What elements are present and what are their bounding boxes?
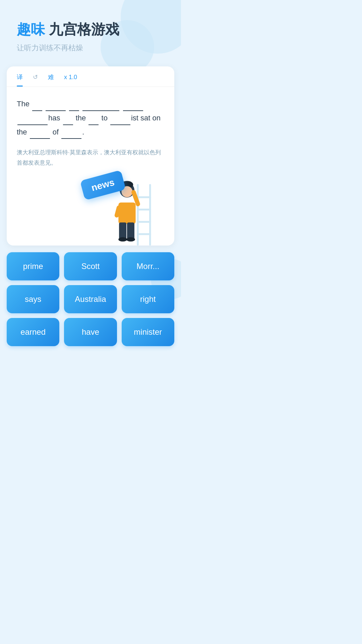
blank-7 xyxy=(63,124,73,125)
blank-8 xyxy=(88,124,99,125)
svg-rect-12 xyxy=(119,222,126,239)
title-main: 九宫格游戏 xyxy=(49,20,119,39)
svg-point-15 xyxy=(126,237,135,241)
blank-6 xyxy=(17,124,48,125)
title-fun: 趣味 xyxy=(17,20,45,39)
main-card: 译 ↺ 难 x 1.0 The has the to ist sat on th… xyxy=(7,66,174,246)
blank-5 xyxy=(123,110,143,111)
blank-9 xyxy=(110,124,130,125)
svg-rect-1 xyxy=(149,184,151,245)
word-btn-morrison[interactable]: Morr... xyxy=(122,252,174,280)
word-btn-australia[interactable]: Australia xyxy=(64,285,117,313)
word-btn-have[interactable]: have xyxy=(64,318,117,346)
word-btn-says[interactable]: says xyxy=(7,285,59,313)
svg-rect-5 xyxy=(137,233,151,235)
tab-level[interactable]: 难 xyxy=(48,66,54,87)
tab-bar: 译 ↺ 难 x 1.0 xyxy=(7,66,174,87)
blank-4 xyxy=(82,110,119,111)
tab-refresh[interactable]: ↺ xyxy=(33,67,38,86)
blank-10 xyxy=(30,138,50,139)
word-btn-minister[interactable]: minister xyxy=(122,318,174,346)
svg-rect-0 xyxy=(137,184,139,245)
title-row: 趣味 九宫格游戏 xyxy=(17,20,168,39)
sentence-text: The has the to ist sat on the of . xyxy=(17,97,164,139)
svg-rect-3 xyxy=(137,209,151,211)
svg-rect-2 xyxy=(137,196,151,198)
blank-3 xyxy=(69,110,79,111)
blank-1 xyxy=(32,110,42,111)
header: 趣味 九宫格游戏 让听力训练不再枯燥 xyxy=(0,0,181,60)
svg-point-14 xyxy=(118,237,127,241)
tab-speed[interactable]: x 1.0 xyxy=(64,67,77,86)
svg-rect-9 xyxy=(118,202,135,224)
illustration-area: news xyxy=(7,172,174,239)
translation-text: 澳大利亚总理斯科特·莫里森表示，澳大利亚有权就以色列首都发表意见。 xyxy=(7,142,174,171)
word-btn-right[interactable]: right xyxy=(122,285,174,313)
svg-rect-13 xyxy=(127,222,134,239)
svg-rect-4 xyxy=(137,221,151,223)
sentence-area: The has the to ist sat on the of . xyxy=(7,87,174,142)
blank-11 xyxy=(61,138,81,139)
word-btn-prime[interactable]: prime xyxy=(7,252,59,280)
subtitle: 让听力训练不再枯燥 xyxy=(17,43,168,53)
blank-2 xyxy=(46,110,66,111)
tab-translate[interactable]: 译 xyxy=(17,66,23,87)
word-grid: prime Scott Morr... says Australia right… xyxy=(0,246,181,353)
word-btn-scott[interactable]: Scott xyxy=(64,252,117,280)
word-btn-earned[interactable]: earned xyxy=(7,318,59,346)
